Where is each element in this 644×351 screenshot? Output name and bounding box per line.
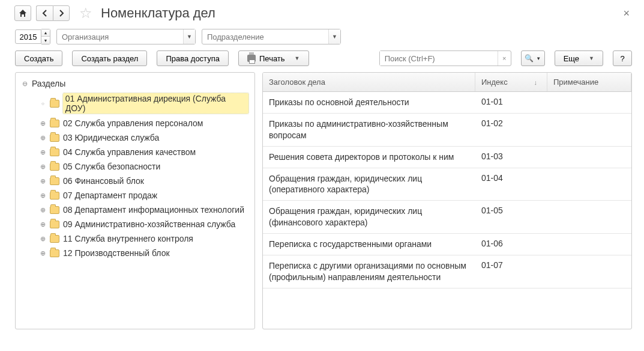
tree-item-label: 07 Департамент продаж xyxy=(63,191,157,200)
search-clear-button[interactable]: × xyxy=(498,51,511,66)
col-note[interactable]: Примечание xyxy=(547,73,631,91)
cell-index: 01-06 xyxy=(475,234,547,255)
tree-item[interactable]: 11 Служба внутреннего контроля xyxy=(18,231,252,246)
table-row[interactable]: Решения совета директоров и протоколы к … xyxy=(263,147,631,168)
table-row[interactable]: Переписка с другими организациями по осн… xyxy=(263,255,631,288)
tree-item[interactable]: 06 Финансовый блок xyxy=(18,174,252,188)
year-spinner[interactable]: ▲ ▼ xyxy=(15,29,50,44)
table-row[interactable]: Приказы по основной деятельности01-01 xyxy=(263,92,631,114)
col-index[interactable]: Индекс ↓ xyxy=(475,73,547,91)
table-row[interactable]: Переписка с государственными органами01-… xyxy=(263,234,631,255)
home-icon xyxy=(19,9,27,17)
expand-icon[interactable] xyxy=(40,250,46,257)
col-title[interactable]: Заголовок дела xyxy=(263,73,475,91)
folder-icon xyxy=(50,206,59,214)
search-box[interactable]: × xyxy=(379,50,511,66)
cell-note xyxy=(547,168,631,201)
cell-index: 01-04 xyxy=(475,168,547,201)
sections-tree: Разделы 01 Административная дирекция (Сл… xyxy=(16,73,254,264)
favorite-icon[interactable]: ☆ xyxy=(79,5,92,22)
cases-panel: Заголовок дела Индекс ↓ Примечание Прика… xyxy=(262,72,632,329)
department-combo[interactable]: ▼ xyxy=(202,29,341,44)
tree-item[interactable]: 03 Юридическая служба xyxy=(18,130,252,145)
create-label: Создать xyxy=(24,54,53,63)
tree-item-label: 11 Служба внутреннего контроля xyxy=(63,234,193,243)
tree-item[interactable]: 08 Департамент информационных технологий xyxy=(18,203,252,217)
expand-icon[interactable] xyxy=(40,192,46,199)
expand-icon[interactable] xyxy=(40,135,46,141)
cell-index: 01-02 xyxy=(475,114,547,146)
tree-root[interactable]: Разделы xyxy=(18,76,252,91)
tree-item[interactable]: 09 Административно-хозяйственная служба xyxy=(18,217,252,231)
access-rights-button[interactable]: Права доступа xyxy=(157,50,229,66)
access-rights-label: Права доступа xyxy=(166,54,220,63)
cell-title: Приказы по административно-хозяйственным… xyxy=(263,114,475,146)
bullet-icon[interactable] xyxy=(40,100,46,107)
tree-item-label: 05 Служба безопасности xyxy=(63,162,160,171)
tree-item-label: 09 Административно-хозяйственная служба xyxy=(63,219,235,229)
home-button[interactable] xyxy=(14,5,31,21)
forward-button[interactable] xyxy=(53,5,70,21)
help-button[interactable]: ? xyxy=(613,50,632,66)
print-button[interactable]: Печать ▼ xyxy=(238,50,309,66)
search-settings-button[interactable]: 🔍 ▼ xyxy=(521,50,545,66)
table-body: Приказы по основной деятельности01-01При… xyxy=(263,92,631,288)
cell-title: Переписка с государственными органами xyxy=(263,234,475,255)
year-up-button[interactable]: ▲ xyxy=(41,29,50,37)
tree-item[interactable]: 05 Служба безопасности xyxy=(18,159,252,174)
expand-icon[interactable] xyxy=(40,149,46,156)
department-dropdown-icon[interactable]: ▼ xyxy=(328,29,340,44)
table-row[interactable]: Обращения граждан, юридических лиц (фина… xyxy=(263,201,631,234)
more-label: Еще xyxy=(564,54,579,63)
chevron-down-icon: ▼ xyxy=(536,56,541,61)
folder-icon xyxy=(50,177,59,185)
tree-item-label: 01 Административная дирекция (Служба ДОУ… xyxy=(63,93,248,114)
tree-item-label: 06 Финансовый блок xyxy=(63,176,144,186)
tree-item[interactable]: 04 Служба управления качеством xyxy=(18,145,252,159)
folder-icon xyxy=(50,249,59,257)
folder-icon xyxy=(50,100,59,108)
chevron-down-icon: ▼ xyxy=(295,55,300,61)
organization-dropdown-icon[interactable]: ▼ xyxy=(183,29,195,44)
expand-icon[interactable] xyxy=(40,178,46,185)
tree-item[interactable]: 12 Производственный блок xyxy=(18,246,252,260)
expand-icon[interactable] xyxy=(40,207,46,213)
arrow-right-icon xyxy=(58,10,65,17)
sections-panel: Разделы 01 Административная дирекция (Сл… xyxy=(15,72,255,329)
tree-item[interactable]: 01 Административная дирекция (Служба ДОУ… xyxy=(18,91,252,116)
create-section-button[interactable]: Создать раздел xyxy=(72,50,147,66)
expand-icon[interactable] xyxy=(40,120,46,127)
table-row[interactable]: Приказы по административно-хозяйственным… xyxy=(263,114,631,147)
collapse-icon[interactable] xyxy=(22,81,28,87)
more-button[interactable]: Еще ▼ xyxy=(555,50,603,66)
cell-title: Обращения граждан, юридических лиц (фина… xyxy=(263,201,475,233)
cell-note xyxy=(547,234,631,255)
cell-title: Переписка с другими организациями по осн… xyxy=(263,255,475,288)
create-button[interactable]: Создать xyxy=(15,50,62,66)
tree-item-label: 03 Юридическая служба xyxy=(63,133,159,142)
year-input[interactable] xyxy=(15,29,41,44)
expand-icon[interactable] xyxy=(40,163,46,170)
tree-item[interactable]: 07 Департамент продаж xyxy=(18,188,252,203)
close-button[interactable]: × xyxy=(623,7,637,20)
cell-index: 01-05 xyxy=(475,201,547,233)
table-row[interactable]: Обращения граждан, юридических лиц (опер… xyxy=(263,168,631,201)
expand-icon[interactable] xyxy=(40,236,46,242)
magnifier-icon: 🔍 xyxy=(525,54,534,63)
back-button[interactable] xyxy=(36,5,53,21)
tree-item-label: 08 Департамент информационных технологий xyxy=(63,205,244,215)
tree-item-label: 12 Производственный блок xyxy=(63,248,170,258)
organization-combo[interactable]: ▼ xyxy=(56,29,196,44)
organization-input[interactable] xyxy=(57,29,183,44)
cell-title: Решения совета директоров и протоколы к … xyxy=(263,147,475,168)
table-header: Заголовок дела Индекс ↓ Примечание xyxy=(263,73,631,92)
cell-title: Приказы по основной деятельности xyxy=(263,92,475,113)
tree-item[interactable]: 02 Служба управления персоналом xyxy=(18,116,252,130)
department-input[interactable] xyxy=(202,29,328,44)
search-input[interactable] xyxy=(380,51,498,66)
cell-title: Обращения граждан, юридических лиц (опер… xyxy=(263,168,475,201)
year-down-button[interactable]: ▼ xyxy=(41,37,50,44)
cell-index: 01-01 xyxy=(475,92,547,113)
folder-icon xyxy=(50,134,59,142)
expand-icon[interactable] xyxy=(40,221,46,228)
